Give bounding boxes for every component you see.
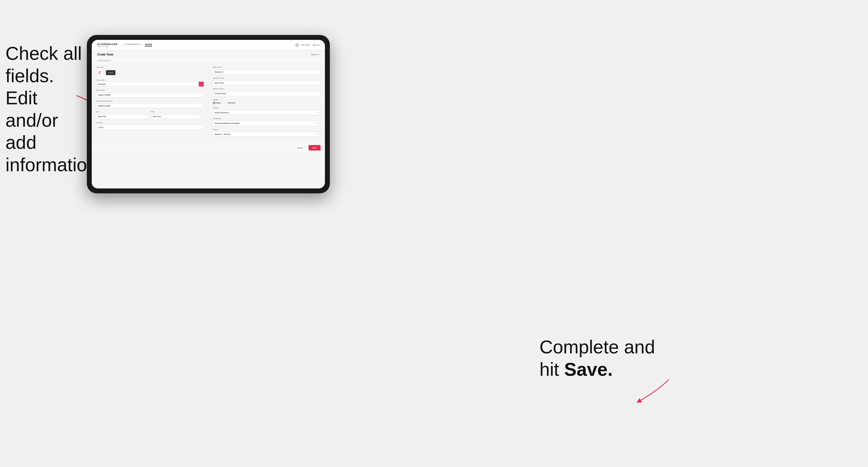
gender-womens-option[interactable]: Womens (224, 102, 235, 104)
app-logo: SCOREBOARD Powered by clippd (97, 43, 118, 47)
user-name: Test User | (301, 44, 310, 46)
cancel-top-button[interactable]: Cancel ✕ (311, 54, 319, 56)
color-input-row (96, 82, 204, 87)
nav-tournaments[interactable]: TOURNAMENTS (124, 43, 141, 46)
save-button[interactable]: Save (309, 145, 320, 151)
division-select-wrapper: ▲▼ (213, 110, 320, 115)
annotation-complete-line1: Complete and (539, 337, 655, 357)
state-input[interactable] (151, 114, 204, 119)
asst-coach-input[interactable] (213, 80, 320, 85)
upload-button[interactable]: Upload (106, 70, 116, 75)
division-group: Division ▲▼ (213, 107, 320, 115)
nav-links: TOURNAMENTS TEAMS (124, 43, 295, 46)
asst-coach-group: Assistant Coach (213, 77, 320, 86)
nav-teams[interactable]: TEAMS (145, 43, 152, 46)
athletic-dir-group: Athletic Director (213, 88, 320, 96)
head-coach-input[interactable] (213, 70, 320, 74)
team-colour-group: Team colour (96, 79, 204, 87)
tablet-screen: SCOREBOARD Powered by clippd TOURNAMENTS… (92, 40, 325, 188)
page-title: Create Team (97, 53, 113, 56)
city-label: City (96, 111, 149, 113)
conference-clear-icon[interactable]: ✕ (315, 122, 316, 124)
team-logo-group: Team logo C Upload (96, 66, 204, 76)
cancel-button[interactable]: Cancel (294, 145, 306, 151)
city-state-group: City State ✕ ▲▼ (96, 111, 204, 119)
left-annotation: Check all fields. Edit and/or add inform… (5, 42, 82, 176)
region-label: Region (213, 129, 320, 130)
gender-label: Gender (213, 99, 320, 100)
head-coach-label: Head Coach (213, 66, 320, 68)
annotation-line1: Check all fields. (5, 43, 82, 86)
team-logo-label: Team logo (96, 66, 204, 68)
division-label: Division (213, 107, 320, 109)
team-logo-circle: C (96, 69, 104, 76)
nav-user: Test User | Sign out (295, 43, 319, 47)
region-group: Region ✕ ▲▼ (213, 129, 320, 137)
form-right: Head Coach Assistant Coach Athletic Dire… (208, 63, 325, 143)
user-avatar (295, 43, 299, 47)
annotation-line2: Edit and/or add (5, 87, 58, 153)
zip-input[interactable] (96, 125, 204, 130)
right-annotation: Complete and hit Save. (539, 336, 655, 380)
head-coach-group: Head Coach (213, 66, 320, 74)
athletic-dir-label: Athletic Director (213, 88, 320, 90)
close-icon: ✕ (318, 54, 319, 56)
state-group: State ✕ ▲▼ (151, 111, 204, 119)
zip-code-group: Zip code (96, 122, 204, 130)
team-colour-label: Team colour (96, 79, 204, 81)
display-name-group: Display name (unique) (96, 100, 204, 108)
state-clear-icon[interactable]: ✕ (198, 115, 199, 117)
city-input[interactable] (96, 114, 149, 119)
state-label: State (151, 111, 204, 113)
section-header: TEAM DETAILS (92, 58, 325, 63)
team-name-group: Team name (96, 89, 204, 97)
gender-group: Gender Mens Womens (213, 99, 320, 104)
display-name-input[interactable] (96, 103, 204, 108)
region-select-wrapper: ✕ ▲▼ (213, 131, 320, 137)
region-clear-icon[interactable]: ✕ (315, 133, 316, 135)
city-group: City (96, 111, 149, 119)
sign-out-link[interactable]: Sign out (312, 44, 319, 46)
conference-label: Conference (213, 118, 320, 119)
womens-radio-icon[interactable] (224, 102, 227, 104)
form-left: Team logo C Upload Team colour (92, 63, 208, 143)
display-name-label: Display name (unique) (96, 100, 204, 102)
conference-group: Conference ✕ ▲▼ (213, 118, 320, 126)
conference-select-wrapper: ✕ ▲▼ (213, 120, 320, 126)
logo-sub: Powered by clippd (97, 45, 118, 47)
gender-mens-option[interactable]: Mens (213, 102, 221, 104)
annotation-complete-line2: hit Save. (539, 359, 613, 380)
mens-radio-icon[interactable] (213, 102, 215, 104)
athletic-dir-input[interactable] (213, 91, 320, 96)
logo-section: C Upload (96, 69, 204, 76)
colour-input[interactable] (96, 82, 198, 87)
colour-preview (199, 82, 204, 87)
nav-bar: SCOREBOARD Powered by clippd TOURNAMENTS… (92, 40, 325, 50)
form-footer: Cancel Save (92, 143, 325, 153)
conference-input[interactable] (213, 121, 320, 126)
zip-label: Zip code (96, 122, 204, 123)
gender-row: Mens Womens (213, 102, 320, 104)
region-input[interactable] (213, 132, 320, 136)
tablet-frame: SCOREBOARD Powered by clippd TOURNAMENTS… (87, 35, 330, 193)
logo-title: SCOREBOARD (97, 43, 118, 45)
state-select-wrapper: ✕ ▲▼ (151, 113, 204, 119)
team-name-label: Team name (96, 89, 204, 91)
right-arrow-icon (630, 377, 672, 407)
division-input[interactable] (213, 110, 320, 115)
asst-coach-label: Assistant Coach (213, 77, 320, 79)
page-header: Create Team Cancel ✕ (92, 50, 325, 58)
form-body: Team logo C Upload Team colour (92, 63, 325, 143)
city-state-row: City State ✕ ▲▼ (96, 111, 204, 119)
team-name-input[interactable] (96, 93, 204, 97)
